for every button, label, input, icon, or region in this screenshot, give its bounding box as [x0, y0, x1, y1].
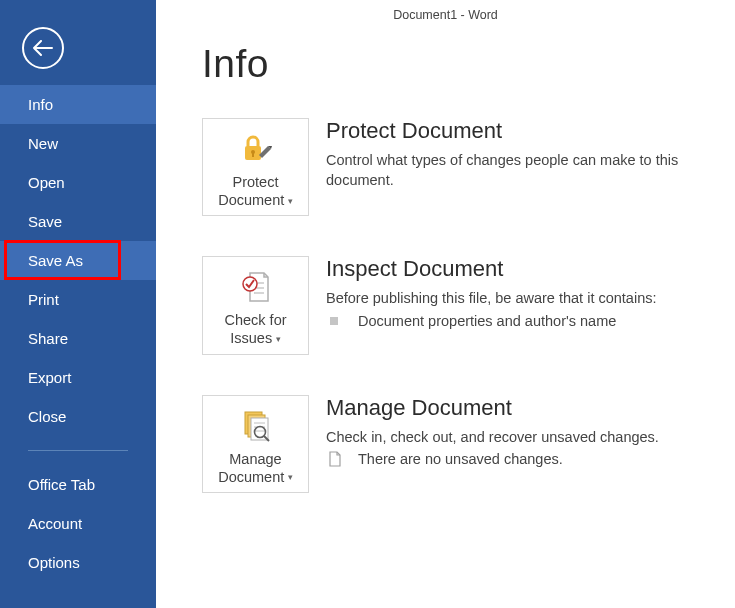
inspect-bullet-1: Document properties and author's name — [358, 313, 616, 329]
sidebar-item-office-tab[interactable]: Office Tab — [0, 465, 156, 504]
sidebar-item-label: New — [28, 135, 58, 152]
tile-label-line1: Manage — [229, 451, 281, 467]
protect-section: Protect Document ▾ Protect Document Cont… — [202, 118, 735, 216]
sidebar-item-account[interactable]: Account — [0, 504, 156, 543]
tile-label-line1: Protect — [233, 174, 279, 190]
sidebar-item-label: Info — [28, 96, 53, 113]
protect-heading: Protect Document — [326, 118, 715, 144]
manage-heading: Manage Document — [326, 395, 715, 421]
document-stack-icon — [238, 408, 274, 444]
sidebar-item-label: Options — [28, 554, 80, 571]
sidebar-item-save-as[interactable]: Save As — [0, 241, 156, 280]
tile-label-line2: Document — [218, 192, 284, 208]
tile-label-line1: Check for — [224, 312, 286, 328]
sidebar-item-open[interactable]: Open — [0, 163, 156, 202]
sidebar-item-label: Export — [28, 369, 71, 386]
sidebar-item-options[interactable]: Options — [0, 543, 156, 582]
chevron-down-icon: ▾ — [273, 334, 281, 344]
sidebar-item-label: Close — [28, 408, 66, 425]
chevron-down-icon: ▾ — [285, 472, 293, 482]
main-content: Document1 - Word Info Protect Document ▾… — [156, 0, 735, 608]
sidebar-item-label: Open — [28, 174, 65, 191]
document-icon — [328, 451, 342, 467]
manage-section: Manage Document ▾ Manage Document Check … — [202, 395, 735, 493]
chevron-down-icon: ▾ — [285, 196, 293, 206]
sidebar-item-export[interactable]: Export — [0, 358, 156, 397]
check-for-issues-tile[interactable]: Check for Issues ▾ — [202, 256, 309, 354]
sidebar-divider — [28, 450, 128, 451]
bullet-icon — [330, 317, 338, 325]
page-heading: Info — [202, 42, 735, 86]
manage-document-tile[interactable]: Manage Document ▾ — [202, 395, 309, 493]
sidebar-item-label: Account — [28, 515, 82, 532]
sidebar-item-label: Print — [28, 291, 59, 308]
tile-label-line2: Document — [218, 469, 284, 485]
sidebar-item-label: Save As — [28, 252, 83, 269]
manage-bullet-1: There are no unsaved changes. — [358, 451, 563, 467]
back-button[interactable] — [22, 27, 64, 69]
inspect-heading: Inspect Document — [326, 256, 715, 282]
window-title: Document1 - Word — [156, 8, 735, 42]
backstage-sidebar: Info New Open Save Save As Print Share E… — [0, 0, 156, 608]
sidebar-item-print[interactable]: Print — [0, 280, 156, 319]
back-arrow-icon — [33, 40, 53, 56]
sidebar-item-close[interactable]: Close — [0, 397, 156, 436]
lock-icon — [238, 131, 274, 167]
svg-rect-2 — [252, 153, 254, 157]
sidebar-item-save[interactable]: Save — [0, 202, 156, 241]
sidebar-item-share[interactable]: Share — [0, 319, 156, 358]
protect-desc: Control what types of changes people can… — [326, 150, 715, 191]
sidebar-item-label: Save — [28, 213, 62, 230]
manage-desc: Check in, check out, and recover unsaved… — [326, 427, 715, 447]
tile-label-line2: Issues — [230, 330, 272, 346]
protect-document-tile[interactable]: Protect Document ▾ — [202, 118, 309, 216]
sidebar-item-label: Office Tab — [28, 476, 95, 493]
sidebar-item-info[interactable]: Info — [0, 85, 156, 124]
inspect-section: Check for Issues ▾ Inspect Document Befo… — [202, 256, 735, 354]
sidebar-item-label: Share — [28, 330, 68, 347]
inspect-desc: Before publishing this file, be aware th… — [326, 288, 715, 308]
document-check-icon — [238, 269, 274, 305]
sidebar-item-new[interactable]: New — [0, 124, 156, 163]
